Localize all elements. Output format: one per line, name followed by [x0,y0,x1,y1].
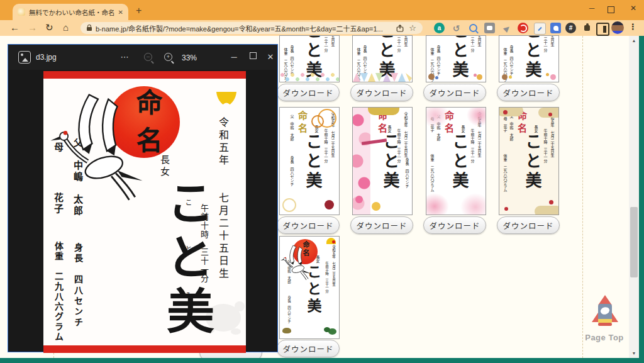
lock-icon [87,27,92,31]
dots-decor [280,72,339,82]
design-thumbnail[interactable]: 命名 令和五年 七月二十五日生 午前十時 三十一分 長女 こと美 母 花子 父 … [426,107,486,215]
meimei-title: 命名 [128,89,166,164]
page-edge-right [639,36,644,363]
browser-titlebar: 無料でかわいい命名紙・命名書が作 ✕ + ─ ✕ [0,0,644,20]
extension-hash-icon[interactable]: # [565,23,576,33]
window-close-button[interactable]: ✕ [625,4,641,13]
download-button[interactable]: ダウンロード [423,84,486,101]
gold-cloud-decor [535,206,559,215]
design-thumbnail-crane[interactable]: 命名 令和五年 七月二十五日生 午前十時 三十一分 長女 こと美 父 中嶋 太郎… [279,236,340,339]
extension-chat-icon[interactable] [484,23,495,33]
plum-decor [503,110,508,114]
extension-blue-icon[interactable] [550,23,561,33]
window-maximize-button[interactable] [608,6,614,13]
download-button[interactable]: ダウンロード [497,216,560,234]
certificate-top-band [43,71,246,79]
design-thumbnail[interactable]: こと美 令和五年 七月二十五日生 午前十時 三十一分 父 中嶋 太郎 身長 四八… [279,35,340,82]
extension-red-icon[interactable] [518,23,528,33]
fan-icon [214,89,238,108]
design-thumbnail[interactable]: 命名 令和五年 七月二十五日生 午前十時 三十一分 長女 こと美 身長 四八セン… [352,107,413,215]
design-thumbnail[interactable]: こと美 令和五年 七月二十五日生 午前十時 三十一分 父 中嶋 太郎 身長 四八… [426,35,486,82]
viewer-zoom-level: 33% [182,53,197,62]
window-minimize-button[interactable]: ─ [584,4,600,13]
viewer-more-button[interactable]: ⋯ [117,52,132,62]
extension-note-icon[interactable] [534,23,546,35]
plum-decor [548,113,552,116]
design-thumbnail[interactable]: こと美 令和五年 七月二十五日生 午前十時 三十一分 父 中嶋 太郎 身長 四八… [499,35,559,82]
profile-avatar[interactable] [611,21,624,34]
viewer-maximize-button[interactable] [245,52,260,61]
child-name: こと美 [152,178,221,340]
page-edge-bottom [0,358,644,363]
bear-decor [502,74,508,80]
tab-search-icon[interactable] [596,23,609,36]
zoom-in-icon[interactable]: + [164,53,172,61]
bookmark-star-icon[interactable]: ☆ [409,23,416,33]
triangles-decor [353,72,412,82]
download-button[interactable]: ダウンロード [497,84,560,101]
forward-button[interactable]: → [28,22,37,33]
toy-decor [477,74,482,80]
page-content: こと美 令和五年 七月二十五日生 午前十時 三十一分 父 中嶋 太郎 身長 四八… [0,36,644,363]
reload-button[interactable]: ↻ [45,22,53,33]
tab-title: 無料でかわいい命名紙・命名書が作 [29,8,114,17]
certificate-bottom-band [43,345,246,353]
flower-decor [355,196,363,203]
toy-decor [474,74,477,77]
extensions-puzzle-icon[interactable] [582,23,592,33]
zoom-out-icon[interactable]: – [144,53,152,61]
extension-send-icon[interactable]: ▶ [499,20,514,35]
plum-decor [549,200,553,204]
toy-decor [546,73,549,76]
scroll-down-icon[interactable]: ▼ [629,351,639,355]
toy-decor [509,75,512,79]
toy-decor [435,76,438,79]
download-button[interactable]: ダウンロード [277,216,340,234]
page-top-label[interactable]: Page Top [584,333,625,342]
scrollbar-thumb[interactable] [630,207,638,277]
download-button[interactable]: ダウンロード [350,84,413,101]
turtle-decor [282,328,291,333]
design-thumbnail[interactable]: こと美 令和五年 七月二十五日生 午前十時 三十一分 父 中嶋 太郎 身長 四八… [352,35,413,82]
ball-decor [325,200,334,209]
site-favicon [18,8,25,16]
weight-text: 体重 二九八六グラム [52,242,64,342]
home-button[interactable]: ⌂ [63,22,69,33]
height-text: 身長 四八センチ [71,243,84,328]
viewer-minimize-button[interactable]: ─ [226,52,242,62]
certificate-image: 命名 令和五年 七月二十五日生 午前十時 三十一分 ことみ 長女 こと美 父 中… [43,71,246,353]
browser-menu-icon[interactable]: ⋮ [629,22,637,31]
image-file-icon [18,51,31,64]
ring-decor [282,198,296,212]
bear-decor [428,74,435,80]
download-button[interactable]: ダウンロード [423,216,486,234]
page-top-rocket-icon[interactable] [590,294,620,330]
extension-a-icon[interactable]: a [434,23,445,33]
image-viewer-window[interactable]: d3.jpg ⋯ – + 33% ─ ✕ 命名 [8,44,278,352]
pine-decor [324,327,330,332]
extension-recycle-icon[interactable]: ↺ [451,23,462,33]
ring-decor [311,115,324,128]
design-thumbnail[interactable]: 命名 令和五年 七月二十五日生 午前十時 三十一分 長女 こと美 母 花子 父 … [499,107,559,215]
scroll-up-icon[interactable]: ▲ [629,38,639,43]
design-thumbnail[interactable]: 命名 令和五年 七月二十五日生 午前十時 三十一分 長女 こと美 父 中嶋 太郎… [279,107,340,215]
gold-cloud-decor [368,108,399,115]
viewer-titlebar: d3.jpg ⋯ – + 33% ─ ✕ [8,45,277,70]
flower-decor [372,202,380,211]
download-button[interactable]: ダウンロード [277,84,340,101]
back-button[interactable]: ← [10,22,19,33]
tab-close-icon[interactable]: ✕ [118,9,123,16]
download-button[interactable]: ダウンロード [350,216,413,234]
plum-decor [504,207,508,211]
address-bar[interactable]: b-name.jp/命名紙作製/?mode=make&gengou=令和&yea… [80,22,423,34]
viewer-close-button[interactable]: ✕ [263,52,278,62]
gold-cloud-decor [499,107,523,116]
download-button[interactable]: ダウンロード [277,340,340,357]
toy-decor [550,74,556,80]
browser-tab[interactable]: 無料でかわいい命名紙・命名書が作 ✕ [13,4,128,20]
page-scrollbar[interactable]: ▲ ▼ [629,36,639,358]
new-tab-button[interactable]: + [136,5,142,16]
extension-search-icon[interactable] [468,23,479,33]
share-icon[interactable] [396,25,404,32]
url-text[interactable]: b-name.jp/命名紙作製/?mode=make&gengou=令和&yea… [96,23,391,33]
